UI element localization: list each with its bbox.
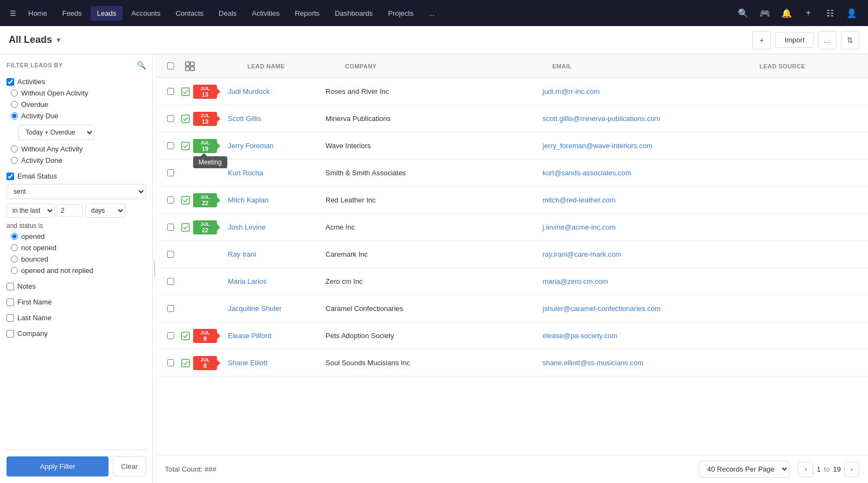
date-badge[interactable]: JUL 22 (193, 220, 217, 234)
row-checkbox[interactable] (167, 115, 174, 122)
notifications-icon[interactable]: 🔔 (777, 3, 796, 23)
company-checkbox[interactable] (7, 330, 14, 338)
next-page-button[interactable]: › (844, 462, 859, 477)
date-badge[interactable]: JUL 13 (193, 112, 217, 126)
resize-handle[interactable] (153, 54, 156, 483)
lead-name-link[interactable]: Scott Gillis (228, 115, 261, 123)
lead-name-link[interactable]: Mitch Kaplan (228, 196, 269, 204)
first-name-label[interactable]: First Name (17, 298, 52, 306)
first-name-checkbox[interactable] (7, 298, 14, 306)
email-link[interactable]: kurt@sands-associates.com (542, 169, 631, 177)
activity-due-dropdown[interactable]: Today + Overdue Today Tomorrow This Week (18, 125, 94, 140)
row-checkbox[interactable] (167, 88, 174, 95)
row-checkbox[interactable] (167, 224, 174, 231)
not-opened-radio[interactable] (11, 244, 18, 251)
last-name-checkbox[interactable] (7, 314, 14, 322)
in-the-last-select[interactable]: in the last more than (7, 204, 55, 218)
days-value-input[interactable] (57, 204, 83, 217)
date-badge[interactable]: JUL 22 (193, 193, 217, 207)
without-any-radio[interactable] (11, 145, 18, 152)
view-toggle-icon[interactable] (180, 61, 200, 71)
row-checkbox[interactable] (167, 169, 174, 176)
nav-item-dashboards[interactable]: Dashboards (328, 6, 379, 21)
records-per-page-select[interactable]: 40 Records Per Page 20 Records Per Page … (699, 461, 789, 478)
email-link[interactable]: jshuler@caramel-confectionaries.com (542, 304, 661, 313)
date-badge[interactable]: JUL 13 (193, 85, 217, 99)
email-status-checkbox[interactable] (7, 173, 14, 180)
nav-item-activities[interactable]: Activities (245, 6, 286, 21)
row-checkbox[interactable] (167, 142, 174, 149)
filter-search-icon[interactable]: 🔍 (137, 61, 146, 69)
email-link[interactable]: elease@pa-society.com (542, 332, 617, 340)
more-actions-button[interactable]: … (818, 31, 837, 49)
activities-checkbox[interactable] (7, 78, 14, 86)
nav-item-deals[interactable]: Deals (212, 6, 243, 21)
date-badge[interactable]: JUL 19 (193, 139, 217, 153)
email-link[interactable]: judi.m@rr-inc.com (542, 87, 600, 96)
nav-item-feeds[interactable]: Feeds (56, 6, 88, 21)
email-link[interactable]: maria@zero-cm.com (542, 277, 608, 285)
lead-name-link[interactable]: Ray Irani (228, 250, 256, 258)
search-icon[interactable]: 🔍 (733, 3, 753, 23)
user-icon[interactable]: 👤 (842, 3, 861, 23)
row-checkbox[interactable] (167, 251, 174, 258)
overdue-radio[interactable] (11, 101, 18, 108)
email-link[interactable]: jerry_foreman@wave-interiors.com (542, 142, 652, 150)
notes-checkbox[interactable] (7, 283, 14, 290)
row-checkbox[interactable] (167, 278, 174, 285)
lead-name-link[interactable]: Maria Larios (228, 277, 267, 285)
lead-name-link[interactable]: Judi Murdock (228, 87, 270, 96)
prev-page-button[interactable]: ‹ (798, 462, 813, 477)
row-checkbox[interactable] (167, 305, 174, 312)
email-link[interactable]: j.levine@acme-inc.com (542, 223, 616, 231)
date-badge[interactable]: JUL 8 (193, 329, 217, 343)
lead-name-link[interactable]: Josh Levine (228, 223, 265, 231)
email-sent-select[interactable]: sent received (7, 184, 146, 199)
notes-label[interactable]: Notes (17, 282, 36, 290)
last-name-label[interactable]: Last Name (17, 314, 52, 322)
days-unit-select[interactable]: days weeks months (85, 204, 125, 218)
without-open-radio[interactable] (11, 90, 18, 97)
row-checkbox[interactable] (167, 332, 174, 339)
apply-filter-button[interactable]: Apply Filter (7, 456, 108, 476)
opened-not-replied-radio[interactable] (11, 267, 18, 274)
lead-name-link[interactable]: Jerry Foreman (228, 142, 274, 150)
select-all-checkbox[interactable] (167, 62, 174, 69)
row-checkbox[interactable] (167, 359, 174, 366)
add-lead-button[interactable]: + (752, 31, 771, 49)
email-link[interactable]: ray.irani@care-mark.com (542, 250, 621, 258)
bounced-radio[interactable] (11, 256, 18, 263)
row-checkbox-cell (161, 278, 180, 285)
nav-item-home[interactable]: Home (22, 6, 54, 21)
nav-item-contacts[interactable]: Contacts (169, 6, 210, 21)
lead-name-link[interactable]: Elease Pilford (228, 332, 271, 340)
date-badge[interactable]: JUL 8 (193, 356, 217, 370)
company-label[interactable]: Company (17, 329, 48, 338)
lead-name-link[interactable]: Shane Elliott (228, 359, 267, 367)
title-dropdown-arrow[interactable]: ▼ (55, 36, 62, 44)
nav-item-reports[interactable]: Reports (289, 6, 327, 21)
gamepad-icon[interactable]: 🎮 (755, 3, 775, 23)
email-link[interactable]: scott.gillis@minerva-publications.com (542, 115, 660, 123)
table-row: JUL 13 Scott Gillis Minerva Publications… (156, 105, 868, 132)
lead-name-link[interactable]: Kurt Rocha (228, 169, 263, 177)
nav-item-more[interactable]: ... (422, 6, 441, 21)
nav-item-accounts[interactable]: Accounts (125, 6, 167, 21)
import-button[interactable]: Import (775, 32, 814, 48)
lead-name-link[interactable]: Jacquiline Shuler (228, 304, 282, 313)
add-icon[interactable]: + (799, 3, 818, 23)
nav-item-projects[interactable]: Projects (381, 6, 420, 21)
activities-label[interactable]: Activities (17, 78, 45, 86)
opened-radio[interactable] (11, 233, 18, 240)
email-status-label[interactable]: Email Status (17, 172, 57, 180)
activity-due-radio[interactable] (11, 112, 18, 119)
row-checkbox[interactable] (167, 196, 174, 204)
email-link[interactable]: mitch@red-leather.com (542, 196, 616, 204)
nav-item-leads[interactable]: Leads (91, 6, 123, 21)
sort-button[interactable]: ⇅ (841, 31, 859, 49)
hamburger-menu[interactable]: ☰ (7, 6, 20, 21)
apps-icon[interactable]: ☷ (820, 3, 840, 23)
email-link[interactable]: shane.elliott@ss-musicians.com (542, 359, 643, 367)
activity-done-radio[interactable] (11, 157, 18, 164)
clear-filter-button[interactable]: Clear (113, 456, 146, 476)
